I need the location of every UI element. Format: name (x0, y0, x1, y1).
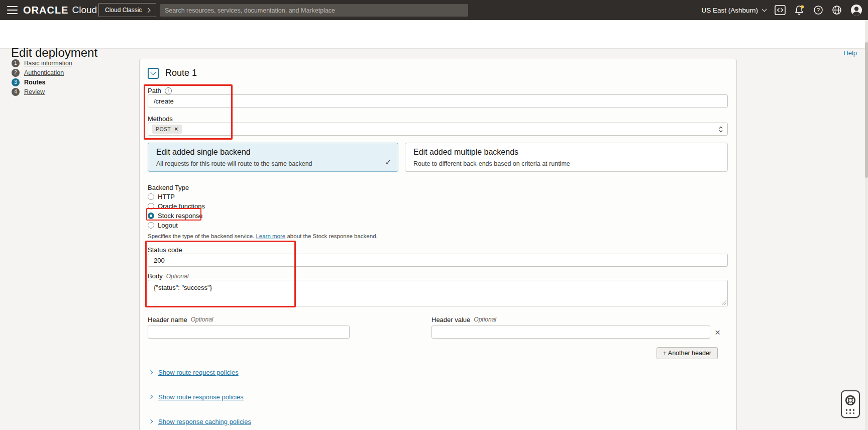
help-icon[interactable]: ? (813, 5, 823, 15)
collapse-route-button[interactable] (148, 68, 159, 79)
step-number: 4 (12, 88, 20, 96)
step-authentication[interactable]: 2 Authentication (12, 68, 72, 77)
chevron-right-icon[interactable] (149, 419, 153, 423)
another-header-row: + Another header (148, 347, 728, 359)
remove-method-icon[interactable]: × (174, 126, 178, 132)
methods-label: Methods (148, 115, 728, 123)
step-basic-information[interactable]: 1 Basic information (12, 58, 72, 68)
cloud-classic-button[interactable]: Cloud Classic (98, 3, 156, 17)
select-spinner-icon (718, 126, 723, 133)
page-title: Edit deployment (11, 46, 97, 60)
radio-oracle-functions[interactable]: Oracle functions (148, 201, 728, 210)
step-number: 2 (12, 69, 20, 77)
header-name-input[interactable] (148, 326, 350, 339)
help-link[interactable]: Help (843, 49, 857, 57)
radio-circle-selected[interactable] (148, 212, 154, 219)
backend-type-helper: Specifies the type of the backend servic… (148, 233, 728, 239)
show-response-caching-policies-link[interactable]: Show response caching policies (158, 418, 251, 425)
check-icon: ✓ (385, 158, 391, 167)
method-chip-post: POST × (152, 125, 182, 134)
optional-hint: Optional (166, 273, 189, 280)
dev-console-icon[interactable] (775, 5, 786, 15)
global-search (160, 4, 468, 17)
step-label[interactable]: Authentication (24, 69, 64, 76)
radio-circle[interactable] (148, 203, 154, 209)
route-title: Route 1 (165, 68, 197, 78)
oracle-wordmark: ORACLE (23, 5, 68, 16)
card-title: Edit added multiple backends (413, 148, 719, 157)
chevron-right-icon[interactable] (149, 370, 153, 374)
remove-header-icon[interactable]: × (715, 328, 720, 337)
status-code-label: Status code (148, 246, 728, 254)
card-subtitle: All requests for this route will route t… (156, 160, 390, 167)
step-routes: 3 Routes (12, 77, 72, 87)
language-globe-icon[interactable] (832, 5, 842, 15)
optional-hint: Optional (191, 316, 213, 323)
oracle-cloud-logo[interactable]: ORACLE Cloud (23, 0, 97, 20)
body-textarea[interactable]: {"status": "success"} (148, 280, 728, 306)
step-label[interactable]: Basic information (24, 60, 72, 67)
scrollbar-thumb[interactable] (865, 42, 868, 178)
route-response-policies-row: Show route response policies (148, 393, 728, 401)
method-chip-label: POST (156, 126, 171, 132)
header-name-col: Header name Optional (148, 316, 350, 339)
route-request-policies-row: Show route request policies (148, 368, 728, 376)
status-code-input[interactable] (148, 254, 728, 267)
drag-dots-icon (846, 409, 855, 414)
support-widget[interactable] (841, 390, 860, 418)
show-route-response-policies-link[interactable]: Show route response policies (158, 393, 244, 401)
body-label: Body Optional (148, 272, 728, 280)
cloud-classic-label: Cloud Classic (105, 7, 142, 14)
chevron-down-icon (150, 69, 156, 75)
radio-stock-response[interactable]: Stock response (148, 211, 728, 220)
radio-circle[interactable] (148, 193, 154, 200)
menu-icon[interactable] (7, 6, 18, 14)
another-header-button[interactable]: + Another header (657, 347, 718, 359)
header-value-label: Header value Optional (431, 316, 710, 322)
response-header-row: Header name Optional Header value Option… (148, 316, 728, 339)
info-icon[interactable]: i (165, 87, 172, 94)
methods-select[interactable]: POST × (148, 123, 728, 136)
header-name-label: Header name Optional (148, 316, 350, 322)
search-input[interactable] (165, 7, 463, 14)
policy-links: Show route request policies Show route r… (148, 368, 728, 425)
chevron-down-icon (762, 7, 767, 12)
optional-hint: Optional (474, 316, 496, 323)
route-header: Route 1 (148, 67, 728, 79)
route-panel: Route 1 Path i Methods POST × Edit added… (139, 59, 737, 430)
radio-logout[interactable]: Logout (148, 221, 728, 230)
radio-http[interactable]: HTTP (148, 192, 728, 201)
header-value-input[interactable] (431, 326, 710, 339)
multiple-backends-card[interactable]: Edit added multiple backends Route to di… (405, 143, 728, 172)
card-title: Edit added single backend (156, 148, 390, 157)
body-field-wrap: {"status": "success"} (148, 280, 728, 306)
path-label: Path i (148, 87, 728, 94)
show-route-request-policies-link[interactable]: Show route request policies (158, 369, 239, 376)
header-value-col: Header value Optional (431, 316, 710, 339)
wizard-stepper: 1 Basic information 2 Authentication 3 R… (12, 58, 72, 96)
single-backend-card[interactable]: Edit added single backend All requests f… (148, 143, 398, 172)
oracle-cloud-console: ORACLE Cloud Cloud Classic US East (Ashb… (0, 0, 868, 430)
page-header: Edit deployment Help (0, 20, 868, 49)
notifications-bell-icon[interactable] (794, 5, 805, 16)
scrollbar-track[interactable] (865, 20, 868, 430)
backend-type-label: Backend Type (148, 184, 728, 191)
learn-more-link[interactable]: Learn more (256, 233, 285, 239)
step-label[interactable]: Review (24, 88, 45, 95)
svg-text:?: ? (817, 7, 820, 13)
topbar-actions: US East (Ashburn) ? (701, 0, 862, 20)
card-subtitle: Route to different back-ends based on cr… (413, 160, 719, 167)
region-selector[interactable]: US East (Ashburn) (701, 7, 766, 14)
user-avatar[interactable] (850, 4, 862, 16)
path-input[interactable] (148, 94, 728, 108)
backend-mode-cards: Edit added single backend All requests f… (148, 143, 728, 172)
life-ring-icon (844, 394, 856, 406)
response-caching-policies-row: Show response caching policies (148, 417, 728, 425)
radio-circle[interactable] (148, 222, 154, 229)
cloud-wordmark: Cloud (72, 5, 97, 16)
topbar: ORACLE Cloud Cloud Classic US East (Ashb… (0, 0, 868, 20)
step-number: 3 (12, 78, 20, 86)
step-review[interactable]: 4 Review (12, 87, 72, 96)
chevron-right-icon[interactable] (149, 395, 153, 399)
step-label: Routes (24, 79, 45, 86)
